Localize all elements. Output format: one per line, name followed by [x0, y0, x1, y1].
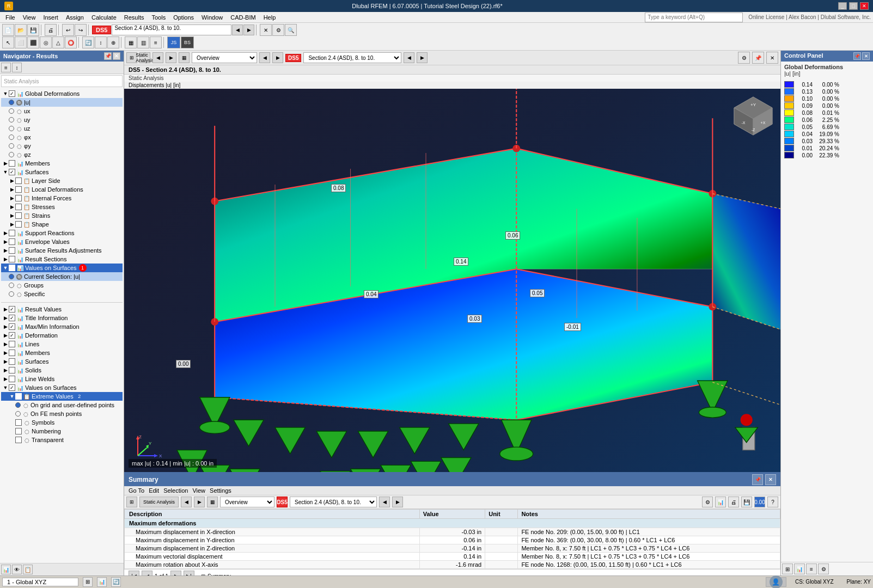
table-row[interactable]: Maximum vectorial displacement 0.14 in M… — [125, 553, 780, 561]
radio-on-fe[interactable] — [15, 411, 21, 416]
cb-transparent[interactable] — [15, 437, 22, 443]
expand-layer-side[interactable]: ▶ — [9, 177, 15, 184]
expand-surface-results-adj[interactable]: ▶ — [2, 247, 9, 254]
tree-item-surfaces[interactable]: ▼ 📊 Surfaces — [1, 168, 123, 176]
tree-item-values-on-surfaces2[interactable]: ▼ 📊 Values on Surfaces — [1, 383, 123, 392]
nav-next[interactable]: ▶ — [243, 24, 254, 35]
tb2-9[interactable]: ⊕ — [107, 36, 119, 48]
nav-panel-close[interactable]: ✕ — [113, 52, 120, 60]
tb2-10[interactable]: ▦ — [125, 36, 137, 48]
expand-maxmin-info[interactable]: ▶ — [2, 323, 9, 330]
expand-internal-forces[interactable]: ▶ — [9, 195, 15, 201]
vp-tb-1[interactable]: ⚙ — [738, 52, 750, 64]
radio-u[interactable] — [9, 100, 14, 105]
ctrl-pin[interactable]: 📌 — [853, 52, 861, 60]
expand-lines[interactable]: ▶ — [2, 341, 9, 347]
vp-section-select[interactable]: Section 2.4 (ASD), 8. to 10. — [303, 52, 401, 63]
summary-tab[interactable]: ⊞ — [201, 573, 205, 576]
nav-search-box[interactable]: Static Analysis — [1, 75, 123, 87]
cb-internal-forces[interactable] — [15, 195, 22, 201]
radio-on-grid[interactable] — [15, 402, 21, 408]
tree-item-uz[interactable]: ◌ uz — [1, 124, 123, 133]
menu-options[interactable]: Options — [170, 13, 197, 22]
tree-item-phix[interactable]: ◌ φx — [1, 133, 123, 142]
cb-lines[interactable] — [9, 341, 15, 347]
close-button[interactable]: ✕ — [860, 2, 869, 10]
tree-item-ux[interactable]: ◌ ux — [1, 107, 123, 115]
cb-title-info[interactable] — [9, 315, 15, 321]
vp-tb-2[interactable]: 📌 — [752, 52, 764, 64]
status-tb-1[interactable]: ⊞ — [83, 577, 93, 587]
tree-item-lines[interactable]: ▶ 📊 Lines — [1, 340, 123, 348]
summary-selection[interactable]: Selection — [163, 487, 188, 494]
tree-item-stresses[interactable]: ▶ 📋 Stresses — [1, 203, 123, 211]
sum-tb-4[interactable]: 💾 — [741, 497, 752, 507]
radio-phiy[interactable] — [9, 143, 14, 149]
menu-view[interactable]: View — [20, 13, 39, 22]
cb-line-welds[interactable] — [9, 376, 15, 382]
vp-prev-section[interactable]: ◀ — [259, 52, 270, 63]
tree-item-phiy[interactable]: ◌ φy — [1, 142, 123, 150]
tree-item-specific[interactable]: ◌ Specific — [1, 290, 123, 298]
cb-support-reactions[interactable] — [9, 230, 15, 236]
tb-open[interactable]: 📂 — [15, 24, 27, 36]
vp-nav-static[interactable]: Static Analysis — [139, 52, 150, 63]
tb2-11[interactable]: ▥ — [137, 36, 149, 48]
tb2-6[interactable]: ⭕ — [65, 36, 77, 48]
menu-tools[interactable]: Tools — [148, 13, 169, 22]
expand-surfaces[interactable]: ▼ — [2, 169, 9, 175]
tree-item-support-reactions[interactable]: ▶ 📊 Support Reactions — [1, 229, 123, 237]
status-tb-2[interactable]: 📊 — [97, 577, 107, 587]
radio-groups[interactable] — [9, 283, 14, 288]
tb-undo[interactable]: ↩ — [62, 24, 74, 36]
minimize-button[interactable]: _ — [838, 2, 847, 10]
expand-support-reactions[interactable]: ▶ — [2, 230, 9, 236]
expand-members2[interactable]: ▶ — [2, 350, 9, 356]
tree-item-values-on-surfaces[interactable]: ▼ 📊 Values on Surfaces 1 — [1, 264, 123, 272]
tree-item-strains[interactable]: ▶ 📋 Strains — [1, 211, 123, 220]
nav-bottom-3[interactable]: 📋 — [23, 565, 33, 574]
sum-nav-1[interactable]: ⊞ — [126, 497, 137, 507]
tb-more1[interactable]: ✕ — [260, 24, 272, 36]
cb-solids[interactable] — [9, 367, 15, 373]
expand-strains[interactable]: ▶ — [9, 212, 15, 219]
menu-file[interactable]: File — [2, 13, 19, 22]
cb-stresses[interactable] — [15, 204, 22, 210]
nav-bottom-1[interactable]: 📊 — [1, 565, 11, 574]
tree-item-uy[interactable]: ◌ uy — [1, 115, 123, 124]
tree-item-members[interactable]: ▶ 📊 Members — [1, 159, 123, 168]
tree-item-current-selection[interactable]: 🔘 Current Selection: |u| — [1, 272, 123, 281]
tree-item-global-def[interactable]: ▼ 📊 Global Deformations — [1, 89, 123, 98]
expand-title-info[interactable]: ▶ — [2, 315, 9, 321]
nav-tb-2[interactable]: ↕ — [12, 63, 22, 72]
tree-item-deformation[interactable]: ▶ 📊 Deformation — [1, 331, 123, 340]
cb-maxmin-info[interactable] — [9, 323, 15, 330]
vp-nav-next[interactable]: ▶ — [166, 52, 176, 63]
rt-tb-2[interactable]: 📊 — [794, 564, 805, 574]
tree-item-local-def[interactable]: ▶ 📋 Local Deformations — [1, 185, 123, 194]
tb-redo[interactable]: ↪ — [75, 24, 87, 36]
tree-item-on-grid[interactable]: ◌ On grid and user-defined points — [1, 401, 123, 409]
tb2-bs[interactable]: BS — [181, 36, 194, 48]
status-coord-system[interactable]: 1 - Global XYZ — [2, 578, 78, 586]
expand-envelope-values[interactable]: ▶ — [2, 238, 9, 245]
expand-members[interactable]: ▶ — [2, 160, 9, 167]
table-row[interactable]: Maximum rotation about X-axis -1.6 mrad … — [125, 561, 780, 569]
tb2-1[interactable]: ↖ — [2, 36, 14, 48]
sum-tb-2[interactable]: 📊 — [715, 497, 726, 507]
expand-result-sections[interactable]: ▶ — [2, 256, 9, 262]
menu-assign[interactable]: Assign — [63, 13, 87, 22]
cb-shape[interactable] — [15, 221, 22, 228]
rt-tb-3[interactable]: ≡ — [806, 564, 817, 574]
cb-layer-side[interactable] — [15, 177, 22, 184]
tree-item-symbols[interactable]: ◌ Symbols — [1, 418, 123, 427]
expand-shape[interactable]: ▶ — [9, 221, 15, 228]
sum-tb-3[interactable]: 🖨 — [728, 497, 739, 507]
tb2-3[interactable]: ⬛ — [27, 36, 39, 48]
nav-bottom-2[interactable]: 👁 — [12, 565, 22, 574]
vp-sec-prev[interactable]: ◀ — [404, 52, 414, 63]
expand-deformation[interactable]: ▶ — [2, 332, 9, 339]
cb-surfaces2[interactable] — [9, 358, 15, 365]
nav-tb-1[interactable]: ≡ — [1, 63, 11, 72]
expand-solids[interactable]: ▶ — [2, 367, 9, 373]
